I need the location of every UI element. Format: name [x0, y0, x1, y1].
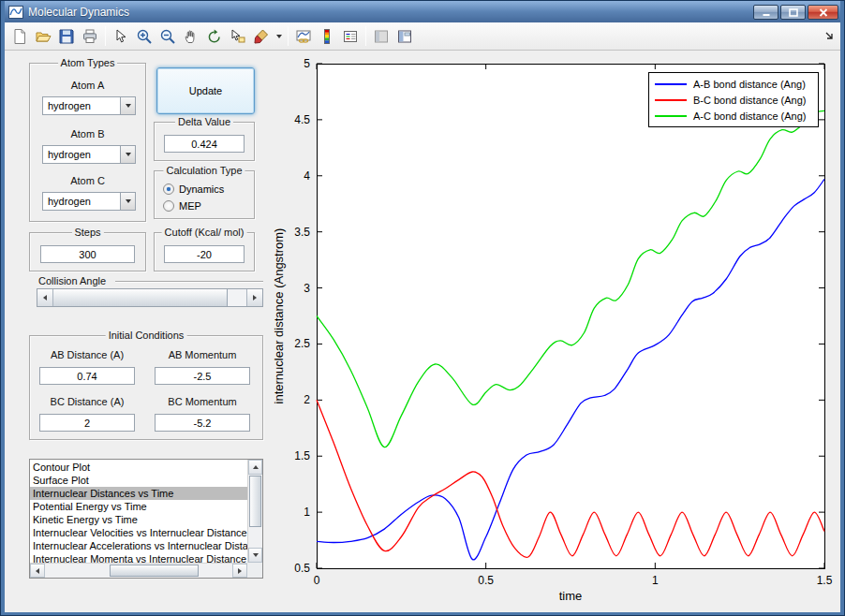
slider-thumb[interactable] [53, 289, 228, 306]
plot-legend[interactable]: A-B bond distance (Ang)B-C bond distance… [648, 72, 819, 127]
list-item[interactable]: Internuclear Distances vs Time [30, 487, 247, 500]
scroll-down-button[interactable] [248, 548, 262, 563]
toolbar [5, 22, 840, 51]
y-tick-label: 5 [304, 57, 310, 70]
app-icon [8, 6, 23, 19]
atom-a-select[interactable]: hydrogen [42, 96, 136, 115]
atom-c-select[interactable]: hydrogen [42, 192, 136, 211]
legend-icon [342, 28, 359, 45]
y-tick-label: 3.5 [294, 226, 310, 239]
scrollbar-corner [247, 563, 262, 578]
show-plot-tools-button[interactable] [393, 25, 416, 48]
radio-mep[interactable]: MEP [163, 199, 201, 213]
arrow-right-icon [238, 568, 242, 574]
zoom-in-button[interactable] [133, 25, 156, 48]
pointer-icon [112, 28, 129, 45]
link-plots-button[interactable] [292, 25, 315, 48]
ab-distance-input[interactable] [39, 367, 135, 385]
slider-left-arrow[interactable] [37, 289, 53, 306]
insert-colorbar-button[interactable] [316, 25, 338, 48]
titlebar[interactable]: Molecular Dynamics [5, 1, 840, 22]
link-plots-icon [295, 28, 312, 45]
radio-mep-label: MEP [179, 200, 201, 212]
atom-b-select[interactable]: hydrogen [42, 145, 136, 164]
legend-label: A-C bond distance (Ang) [693, 110, 806, 122]
cutoff-input[interactable] [164, 245, 245, 263]
radio-dynamics[interactable]: Dynamics [163, 183, 224, 196]
close-button[interactable] [808, 5, 838, 20]
scroll-up-button[interactable] [248, 460, 262, 475]
steps-input[interactable] [40, 245, 135, 263]
collision-angle-slider[interactable] [37, 288, 263, 307]
pan-button[interactable] [180, 25, 202, 48]
y-tick-label: 4.5 [294, 113, 310, 126]
save-figure-button[interactable] [55, 25, 78, 48]
print-figure-button[interactable] [79, 25, 101, 48]
bc-distance-label: BC Distance (A) [39, 396, 135, 407]
arrow-up-icon [253, 465, 259, 469]
minimize-button[interactable] [753, 5, 778, 20]
delta-value-panel: Delta Value [154, 122, 255, 161]
hide-plot-tools-button[interactable] [370, 25, 393, 48]
brush-button[interactable] [250, 25, 273, 48]
y-axis-label: internuclear distance (Angstrom) [272, 228, 286, 404]
open-file-button[interactable] [32, 25, 54, 48]
combo-arrow-button[interactable] [120, 97, 135, 114]
plot-type-listbox[interactable]: Contour PlotSurface PlotInternuclear Dis… [29, 459, 263, 579]
delta-value-input[interactable] [164, 135, 245, 153]
initial-conditions-title: Initial Conditions [106, 330, 187, 341]
cutoff-title: Cutoff (Kcal/ mol) [162, 227, 247, 238]
x-tick-label: 0.5 [478, 574, 494, 587]
scroll-left-button[interactable] [30, 564, 45, 578]
ab-momentum-input[interactable] [155, 367, 250, 385]
listbox-vertical-scrollbar[interactable] [247, 460, 262, 563]
rotate-3d-button[interactable] [203, 25, 226, 48]
atom-types-panel: Atom Types Atom A hydrogen Atom B hydrog… [29, 63, 146, 222]
axes-box[interactable] [318, 65, 825, 569]
data-cursor-button[interactable] [227, 25, 249, 48]
arrow-right-icon [253, 295, 257, 301]
ab-momentum-label: AB Momentum [155, 349, 250, 360]
list-item[interactable]: Internuclear Accelerations vs Internucle… [30, 539, 247, 552]
bc-distance-input[interactable] [39, 414, 135, 432]
x-tick-label: 1 [652, 574, 659, 587]
brush-icon [253, 28, 270, 45]
new-figure-button[interactable] [8, 25, 31, 48]
arrow-left-icon [36, 568, 39, 574]
insert-legend-button[interactable] [339, 25, 362, 48]
update-button[interactable]: Update [156, 67, 255, 114]
listbox-horizontal-scrollbar[interactable] [30, 563, 247, 578]
vertical-scroll-thumb[interactable] [249, 476, 261, 527]
list-item[interactable]: Potential Energy vs Time [30, 500, 247, 513]
list-item[interactable]: Contour Plot [30, 461, 247, 474]
slider-right-arrow[interactable] [246, 289, 262, 306]
list-item[interactable]: Kinetic Energy vs Time [30, 513, 247, 526]
list-item[interactable]: Surface Plot [30, 474, 247, 487]
toolbar-overflow-icon[interactable] [825, 28, 835, 45]
zoom-out-button[interactable] [156, 25, 179, 48]
y-tick-label: 4 [304, 169, 310, 183]
atom-b-value: hydrogen [43, 146, 120, 163]
toolbar-separator [105, 26, 106, 46]
printer-icon [82, 28, 98, 45]
list-item[interactable]: Internuclear Velocities vs Internuclear … [30, 526, 247, 539]
arrow-down-icon [253, 553, 259, 557]
rotate-icon [206, 28, 223, 45]
zoom-out-icon [159, 28, 176, 45]
save-icon [58, 28, 75, 45]
combo-arrow-button[interactable] [120, 146, 135, 163]
delta-value-title: Delta Value [175, 116, 233, 127]
bc-momentum-label: BC Momentum [155, 396, 250, 407]
horizontal-scroll-thumb[interactable] [110, 565, 199, 577]
list-item[interactable]: Internuclear Momenta vs Internuclear Dis… [30, 552, 247, 563]
divider [115, 281, 263, 282]
combo-arrow-button[interactable] [120, 193, 135, 210]
legend-entry: A-B bond distance (Ang) [649, 76, 818, 92]
scroll-right-button[interactable] [232, 564, 247, 578]
close-icon [819, 8, 828, 17]
hide-plot-tools-icon [373, 28, 390, 45]
bc-momentum-input[interactable] [155, 414, 250, 432]
maximize-button[interactable] [780, 5, 806, 20]
brush-dropdown-button[interactable] [274, 25, 284, 48]
edit-plot-button[interactable] [110, 25, 132, 48]
